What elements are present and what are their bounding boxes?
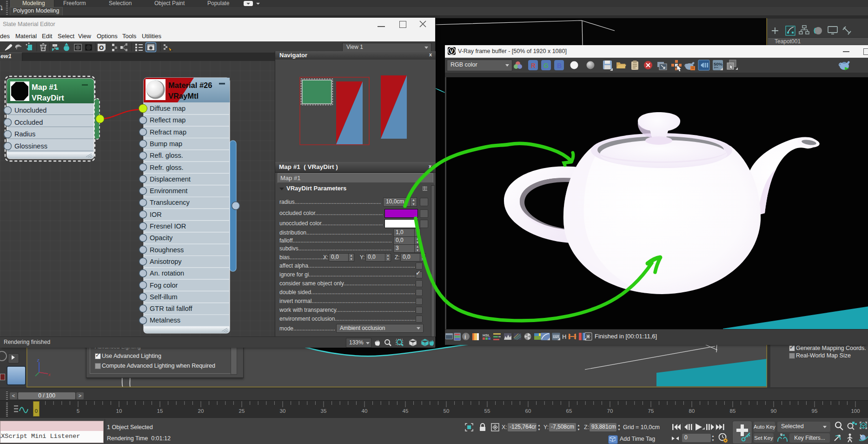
svg-text:Fog color: Fog color: [150, 282, 178, 289]
svg-text:Refr. gloss.: Refr. gloss.: [150, 164, 184, 171]
svg-text:B: B: [557, 62, 562, 69]
svg-text:Glossiness: Glossiness: [14, 142, 47, 150]
svg-text:Fresnel IOR: Fresnel IOR: [150, 222, 186, 230]
svg-text:H: H: [562, 333, 566, 340]
svg-text:Occluded: Occluded: [14, 119, 43, 126]
svg-text:GTR tail falloff: GTR tail falloff: [150, 305, 193, 312]
svg-text:Environment: Environment: [150, 187, 187, 195]
svg-text:Bump map: Bump map: [150, 140, 182, 148]
svg-text:Displacement: Displacement: [150, 175, 191, 183]
svg-text:G: G: [543, 62, 549, 69]
svg-text:O: O: [99, 44, 104, 51]
svg-text:An. rotation: An. rotation: [150, 269, 184, 277]
svg-text:Self-illum: Self-illum: [150, 293, 178, 301]
svg-text:Radius: Radius: [14, 130, 35, 138]
svg-text:x: x: [48, 372, 51, 377]
svg-text:Diffuse map: Diffuse map: [150, 105, 186, 112]
svg-text:Opacity: Opacity: [150, 234, 173, 242]
svg-text:Metalness: Metalness: [150, 316, 180, 324]
svg-text:Refract map: Refract map: [150, 128, 186, 136]
svg-text:Translucency: Translucency: [150, 199, 190, 206]
svg-text:VRayDirt: VRayDirt: [32, 94, 64, 102]
svg-text:Roughness: Roughness: [150, 246, 184, 254]
svg-text:LUT: LUT: [553, 335, 560, 338]
svg-text:i: i: [464, 334, 466, 340]
svg-text:z: z: [37, 358, 40, 363]
svg-text:R: R: [531, 62, 536, 69]
svg-text:Map #1: Map #1: [32, 83, 58, 91]
svg-text:Refl. gloss.: Refl. gloss.: [150, 152, 183, 159]
svg-text:50%: 50%: [714, 61, 723, 67]
svg-text:Anisotropy: Anisotropy: [150, 258, 182, 265]
svg-text:VRayMtl: VRayMtl: [168, 92, 199, 100]
svg-text:HSL: HSL: [483, 333, 490, 337]
svg-text:Reflect map: Reflect map: [150, 116, 186, 124]
svg-text:Unocluded: Unocluded: [14, 107, 46, 114]
svg-text:IOR: IOR: [150, 211, 162, 218]
svg-text:Material #26: Material #26: [168, 81, 212, 89]
svg-text:V: V: [450, 48, 454, 54]
